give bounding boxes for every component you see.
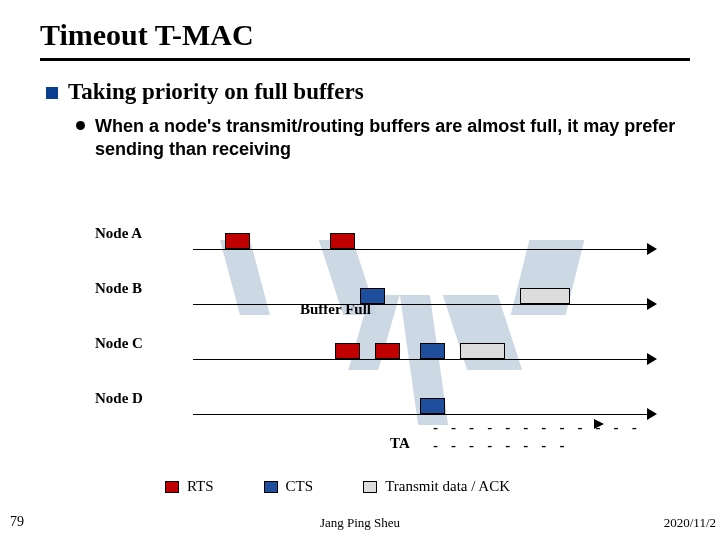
ta-label: TA bbox=[390, 435, 410, 452]
slide-title: Timeout T-MAC bbox=[40, 18, 690, 52]
data-box bbox=[520, 288, 570, 304]
timeline-node-b: Node B bbox=[95, 270, 655, 310]
label-node-c: Node C bbox=[95, 335, 143, 352]
arrowhead-icon bbox=[647, 243, 657, 255]
bullet-level-2: When a node's transmit/routing buffers a… bbox=[76, 115, 680, 162]
baseline-b bbox=[193, 304, 655, 305]
legend-swatch-red bbox=[165, 481, 179, 493]
legend-cts-label: CTS bbox=[286, 478, 314, 495]
timing-diagram: Node A Node B Buffer Full Node C Node D … bbox=[95, 215, 655, 455]
legend-rts-label: RTS bbox=[187, 478, 214, 495]
rts-box bbox=[335, 343, 360, 359]
rts-box bbox=[330, 233, 355, 249]
baseline-d bbox=[193, 414, 655, 415]
arrowhead-icon bbox=[647, 353, 657, 365]
baseline-a bbox=[193, 249, 655, 250]
bullet1-text: Taking priority on full buffers bbox=[68, 79, 364, 105]
footer-date: 2020/11/2 bbox=[664, 515, 716, 531]
timeline-node-a: Node A bbox=[95, 215, 655, 255]
bullet2-text: When a node's transmit/routing buffers a… bbox=[95, 115, 680, 162]
legend-swatch-blue bbox=[264, 481, 278, 493]
ta-dashed-arrow: - - - - - - - - - - - - - - - - - - - - bbox=[431, 419, 655, 455]
rts-box bbox=[225, 233, 250, 249]
label-node-b: Node B bbox=[95, 280, 142, 297]
legend-data: Transmit data / ACK bbox=[363, 478, 510, 495]
arrowhead-icon bbox=[594, 419, 604, 429]
label-node-d: Node D bbox=[95, 390, 143, 407]
title-rule bbox=[40, 58, 690, 61]
legend-rts: RTS bbox=[165, 478, 214, 495]
page-number: 79 bbox=[10, 514, 24, 530]
legend-data-label: Transmit data / ACK bbox=[385, 478, 510, 495]
rts-box bbox=[375, 343, 400, 359]
cts-box bbox=[420, 343, 445, 359]
legend-swatch-gray bbox=[363, 481, 377, 493]
footer-author: Jang Ping Sheu bbox=[320, 515, 400, 531]
round-bullet-icon bbox=[76, 121, 85, 130]
cts-box bbox=[420, 398, 445, 414]
legend: RTS CTS Transmit data / ACK bbox=[165, 478, 510, 495]
timeline-node-d: Node D bbox=[95, 380, 655, 420]
data-box bbox=[460, 343, 505, 359]
bullet-level-1: Taking priority on full buffers bbox=[46, 79, 690, 105]
square-bullet-icon bbox=[46, 87, 58, 99]
arrowhead-icon bbox=[647, 298, 657, 310]
legend-cts: CTS bbox=[264, 478, 314, 495]
baseline-c bbox=[193, 359, 655, 360]
buffer-full-label: Buffer Full bbox=[300, 301, 371, 318]
label-node-a: Node A bbox=[95, 225, 142, 242]
timeline-node-c: Node C bbox=[95, 325, 655, 365]
